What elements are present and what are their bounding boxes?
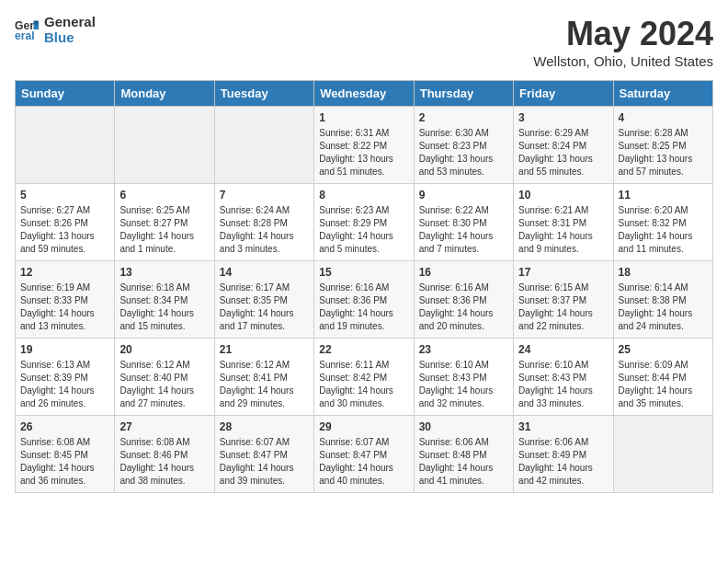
calendar-cell: 13Sunrise: 6:18 AMSunset: 8:34 PMDayligh… — [115, 261, 214, 339]
day-number: 4 — [619, 111, 708, 124]
day-number: 21 — [220, 343, 309, 356]
cell-sun-info: Sunrise: 6:07 AMSunset: 8:47 PMDaylight:… — [220, 436, 309, 488]
cell-sun-info: Sunrise: 6:25 AMSunset: 8:27 PMDaylight:… — [119, 204, 209, 256]
calendar-cell: 21Sunrise: 6:12 AMSunset: 8:41 PMDayligh… — [214, 339, 313, 416]
cell-sun-info: Sunrise: 6:30 AMSunset: 8:23 PMDaylight:… — [419, 127, 508, 178]
cell-sun-info: Sunrise: 6:14 AMSunset: 8:38 PMDaylight:… — [619, 282, 708, 333]
day-number: 18 — [619, 266, 708, 279]
calendar-cell: 1Sunrise: 6:31 AMSunset: 8:22 PMDaylight… — [314, 107, 414, 184]
cell-sun-info: Sunrise: 6:18 AMSunset: 8:34 PMDaylight:… — [119, 282, 209, 333]
calendar-cell: 24Sunrise: 6:10 AMSunset: 8:43 PMDayligh… — [514, 339, 613, 416]
day-number: 2 — [419, 111, 508, 124]
weekday-header-monday: Monday — [115, 81, 214, 107]
calendar-cell: 6Sunrise: 6:25 AMSunset: 8:27 PMDaylight… — [115, 184, 214, 261]
cell-sun-info: Sunrise: 6:20 AMSunset: 8:32 PMDaylight:… — [619, 204, 708, 256]
cell-sun-info: Sunrise: 6:19 AMSunset: 8:33 PMDaylight:… — [20, 282, 109, 333]
calendar-cell: 23Sunrise: 6:10 AMSunset: 8:43 PMDayligh… — [414, 339, 513, 416]
day-number: 5 — [20, 189, 109, 201]
weekday-header-wednesday: Wednesday — [314, 81, 414, 107]
logo-line1: General — [44, 15, 96, 30]
week-row-1: 1Sunrise: 6:31 AMSunset: 8:22 PMDaylight… — [16, 107, 713, 184]
cell-sun-info: Sunrise: 6:15 AMSunset: 8:37 PMDaylight:… — [518, 282, 608, 333]
calendar-table: SundayMondayTuesdayWednesdayThursdayFrid… — [15, 80, 713, 493]
page-header: Gen eral General Blue May 2024 Wellston,… — [15, 15, 713, 69]
calendar-cell: 31Sunrise: 6:06 AMSunset: 8:49 PMDayligh… — [514, 416, 613, 493]
day-number: 30 — [419, 420, 508, 433]
calendar-cell: 5Sunrise: 6:27 AMSunset: 8:26 PMDaylight… — [16, 184, 115, 261]
week-row-5: 26Sunrise: 6:08 AMSunset: 8:45 PMDayligh… — [16, 416, 713, 493]
calendar-cell: 14Sunrise: 6:17 AMSunset: 8:35 PMDayligh… — [214, 261, 313, 339]
cell-sun-info: Sunrise: 6:06 AMSunset: 8:49 PMDaylight:… — [518, 436, 608, 488]
calendar-cell: 4Sunrise: 6:28 AMSunset: 8:25 PMDaylight… — [613, 107, 712, 184]
calendar-cell — [613, 416, 712, 493]
day-number: 7 — [220, 189, 309, 201]
calendar-cell: 9Sunrise: 6:22 AMSunset: 8:30 PMDaylight… — [414, 184, 513, 261]
logo-icon: Gen eral — [15, 17, 40, 43]
weekday-header-row: SundayMondayTuesdayWednesdayThursdayFrid… — [16, 81, 713, 107]
calendar-cell — [214, 107, 313, 184]
cell-sun-info: Sunrise: 6:11 AMSunset: 8:42 PMDaylight:… — [319, 359, 408, 410]
weekday-header-friday: Friday — [514, 81, 613, 107]
calendar-cell: 17Sunrise: 6:15 AMSunset: 8:37 PMDayligh… — [514, 261, 613, 339]
logo-line2: Blue — [44, 30, 96, 46]
weekday-header-thursday: Thursday — [414, 81, 513, 107]
cell-sun-info: Sunrise: 6:13 AMSunset: 8:39 PMDaylight:… — [20, 359, 109, 410]
cell-sun-info: Sunrise: 6:10 AMSunset: 8:43 PMDaylight:… — [518, 359, 608, 410]
cell-sun-info: Sunrise: 6:10 AMSunset: 8:43 PMDaylight:… — [419, 359, 508, 410]
day-number: 8 — [319, 189, 408, 201]
day-number: 12 — [20, 266, 109, 279]
cell-sun-info: Sunrise: 6:27 AMSunset: 8:26 PMDaylight:… — [20, 204, 109, 256]
day-number: 22 — [319, 343, 408, 356]
calendar-cell — [115, 107, 214, 184]
calendar-cell: 25Sunrise: 6:09 AMSunset: 8:44 PMDayligh… — [613, 339, 712, 416]
calendar-cell: 16Sunrise: 6:16 AMSunset: 8:36 PMDayligh… — [414, 261, 513, 339]
cell-sun-info: Sunrise: 6:23 AMSunset: 8:29 PMDaylight:… — [319, 204, 408, 256]
calendar-cell: 12Sunrise: 6:19 AMSunset: 8:33 PMDayligh… — [16, 261, 115, 339]
calendar-cell: 19Sunrise: 6:13 AMSunset: 8:39 PMDayligh… — [16, 339, 115, 416]
day-number: 27 — [119, 420, 209, 433]
month-title: May 2024 — [533, 15, 713, 53]
calendar-cell: 10Sunrise: 6:21 AMSunset: 8:31 PMDayligh… — [514, 184, 613, 261]
calendar-cell: 28Sunrise: 6:07 AMSunset: 8:47 PMDayligh… — [214, 416, 313, 493]
cell-sun-info: Sunrise: 6:08 AMSunset: 8:45 PMDaylight:… — [20, 436, 109, 488]
day-number: 17 — [518, 266, 608, 279]
calendar-cell: 20Sunrise: 6:12 AMSunset: 8:40 PMDayligh… — [115, 339, 214, 416]
cell-sun-info: Sunrise: 6:31 AMSunset: 8:22 PMDaylight:… — [319, 127, 408, 178]
cell-sun-info: Sunrise: 6:08 AMSunset: 8:46 PMDaylight:… — [119, 436, 209, 488]
cell-sun-info: Sunrise: 6:12 AMSunset: 8:40 PMDaylight:… — [119, 359, 209, 410]
cell-sun-info: Sunrise: 6:21 AMSunset: 8:31 PMDaylight:… — [518, 204, 608, 256]
calendar-cell: 3Sunrise: 6:29 AMSunset: 8:24 PMDaylight… — [514, 107, 613, 184]
day-number: 26 — [20, 420, 109, 433]
day-number: 10 — [518, 189, 608, 201]
calendar-cell: 18Sunrise: 6:14 AMSunset: 8:38 PMDayligh… — [613, 261, 712, 339]
cell-sun-info: Sunrise: 6:28 AMSunset: 8:25 PMDaylight:… — [619, 127, 708, 178]
calendar-cell: 15Sunrise: 6:16 AMSunset: 8:36 PMDayligh… — [314, 261, 414, 339]
cell-sun-info: Sunrise: 6:16 AMSunset: 8:36 PMDaylight:… — [419, 282, 508, 333]
calendar-cell: 30Sunrise: 6:06 AMSunset: 8:48 PMDayligh… — [414, 416, 513, 493]
day-number: 25 — [619, 343, 708, 356]
logo-text: General Blue — [44, 15, 96, 45]
day-number: 13 — [119, 266, 209, 279]
cell-sun-info: Sunrise: 6:24 AMSunset: 8:28 PMDaylight:… — [220, 204, 309, 256]
cell-sun-info: Sunrise: 6:16 AMSunset: 8:36 PMDaylight:… — [319, 282, 408, 333]
calendar-cell: 26Sunrise: 6:08 AMSunset: 8:45 PMDayligh… — [16, 416, 115, 493]
calendar-cell: 29Sunrise: 6:07 AMSunset: 8:47 PMDayligh… — [314, 416, 414, 493]
cell-sun-info: Sunrise: 6:22 AMSunset: 8:30 PMDaylight:… — [419, 204, 508, 256]
weekday-header-sunday: Sunday — [16, 81, 115, 107]
day-number: 1 — [319, 111, 408, 124]
day-number: 16 — [419, 266, 508, 279]
day-number: 14 — [220, 266, 309, 279]
logo: Gen eral General Blue — [15, 15, 96, 45]
day-number: 20 — [119, 343, 209, 356]
weekday-header-tuesday: Tuesday — [214, 81, 313, 107]
cell-sun-info: Sunrise: 6:09 AMSunset: 8:44 PMDaylight:… — [619, 359, 708, 410]
cell-sun-info: Sunrise: 6:07 AMSunset: 8:47 PMDaylight:… — [319, 436, 408, 488]
day-number: 28 — [220, 420, 309, 433]
calendar-cell: 2Sunrise: 6:30 AMSunset: 8:23 PMDaylight… — [414, 107, 513, 184]
calendar-cell: 8Sunrise: 6:23 AMSunset: 8:29 PMDaylight… — [314, 184, 414, 261]
day-number: 6 — [119, 189, 209, 201]
day-number: 11 — [619, 189, 708, 201]
cell-sun-info: Sunrise: 6:29 AMSunset: 8:24 PMDaylight:… — [518, 127, 608, 178]
week-row-3: 12Sunrise: 6:19 AMSunset: 8:33 PMDayligh… — [16, 261, 713, 339]
day-number: 24 — [518, 343, 608, 356]
